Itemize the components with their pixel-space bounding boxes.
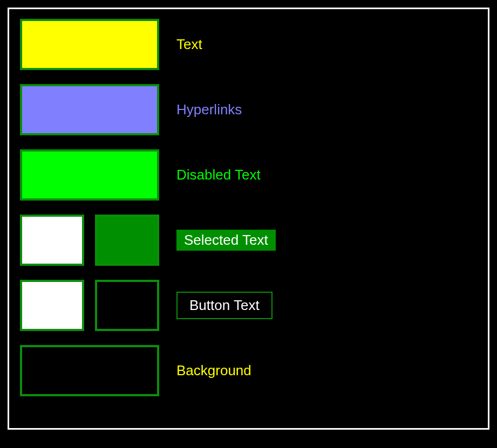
row-selected-text: Selected Text [20, 215, 477, 266]
swatch-button-bg[interactable] [95, 280, 159, 331]
label-selected-text: Selected Text [176, 230, 276, 251]
swatch-background[interactable] [20, 345, 159, 396]
label-text: Text [176, 36, 202, 53]
swatch-hyperlinks[interactable] [20, 84, 159, 135]
row-hyperlinks: Hyperlinks [20, 84, 477, 135]
swatch-pair-selected [20, 215, 159, 266]
theme-color-frame: Text Hyperlinks Disabled Text Selected T… [8, 8, 489, 430]
swatch-selected-bg[interactable] [95, 215, 159, 266]
label-hyperlinks: Hyperlinks [176, 101, 242, 118]
swatch-text[interactable] [20, 19, 159, 70]
row-background: Background [20, 345, 477, 396]
row-text: Text [20, 19, 477, 70]
label-button-text: Button Text [176, 292, 273, 319]
label-disabled-text: Disabled Text [176, 167, 261, 183]
label-background: Background [176, 362, 251, 379]
swatch-disabled-text[interactable] [20, 149, 159, 201]
swatch-selected-fg[interactable] [20, 215, 84, 266]
swatch-button-fg[interactable] [20, 280, 84, 331]
row-disabled-text: Disabled Text [20, 149, 477, 201]
row-button-text: Button Text [20, 280, 477, 331]
swatch-pair-button [20, 280, 159, 331]
